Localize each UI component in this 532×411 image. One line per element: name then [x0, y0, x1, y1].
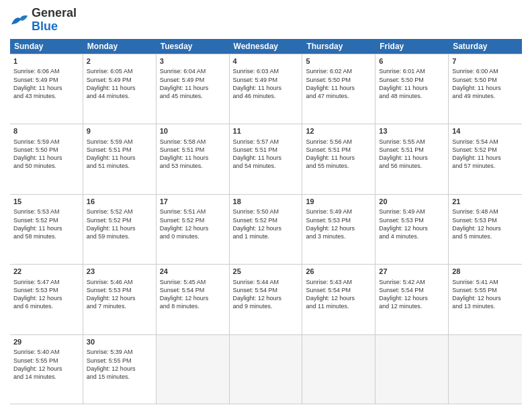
- day-info-line: and 48 minutes.: [379, 92, 445, 100]
- logo-blue: Blue: [32, 19, 58, 33]
- empty-cell: [302, 335, 375, 404]
- header: General Blue: [10, 7, 522, 34]
- header-day-sunday: Sunday: [10, 39, 83, 54]
- day-number: 22: [13, 267, 79, 277]
- week-row-1: 1Sunrise: 6:06 AMSunset: 5:49 PMDaylight…: [10, 54, 522, 124]
- day-cell-12: 12Sunrise: 5:56 AMSunset: 5:51 PMDayligh…: [302, 124, 375, 193]
- week-row-2: 8Sunrise: 5:59 AMSunset: 5:50 PMDaylight…: [10, 124, 522, 193]
- day-info-line: Sunrise: 5:39 AM: [87, 348, 152, 356]
- day-info-line: and 59 minutes.: [87, 232, 152, 240]
- day-info-line: Sunrise: 6:05 AM: [87, 67, 152, 75]
- day-info-line: Sunset: 5:52 PM: [13, 216, 79, 224]
- calendar-header: SundayMondayTuesdayWednesdayThursdayFrid…: [10, 39, 522, 54]
- day-info-line: Sunrise: 5:40 AM: [13, 348, 79, 356]
- day-info-line: Daylight: 11 hours: [87, 154, 152, 162]
- header-day-tuesday: Tuesday: [157, 39, 230, 54]
- day-info-line: Daylight: 11 hours: [13, 154, 79, 162]
- day-info-line: Sunset: 5:49 PM: [13, 76, 79, 84]
- day-info-line: and 4 minutes.: [379, 232, 445, 240]
- day-info-line: Sunrise: 5:59 AM: [87, 138, 152, 146]
- day-cell-18: 18Sunrise: 5:50 AMSunset: 5:52 PMDayligh…: [230, 195, 303, 264]
- page: General Blue SundayMondayTuesdayWednesda…: [0, 0, 532, 411]
- day-info-line: Sunset: 5:51 PM: [306, 146, 371, 154]
- day-number: 12: [306, 126, 371, 136]
- day-info-line: Daylight: 11 hours: [306, 84, 371, 92]
- day-info-line: Daylight: 12 hours: [13, 365, 79, 373]
- day-number: 6: [379, 56, 445, 66]
- day-info-line: and 56 minutes.: [379, 162, 445, 170]
- empty-cell: [449, 335, 522, 404]
- day-info-line: Sunset: 5:55 PM: [87, 357, 152, 365]
- day-cell-11: 11Sunrise: 5:57 AMSunset: 5:51 PMDayligh…: [230, 124, 303, 193]
- day-info-line: Sunrise: 5:49 AM: [306, 208, 371, 216]
- day-number: 30: [87, 337, 152, 347]
- day-cell-27: 27Sunrise: 5:42 AMSunset: 5:54 PMDayligh…: [375, 265, 449, 334]
- day-info-line: and 49 minutes.: [452, 92, 519, 100]
- day-info-line: Sunset: 5:54 PM: [306, 286, 371, 294]
- day-info-line: Sunrise: 5:46 AM: [87, 278, 152, 286]
- day-cell-24: 24Sunrise: 5:45 AMSunset: 5:54 PMDayligh…: [157, 265, 230, 334]
- day-number: 5: [306, 56, 371, 66]
- day-info-line: Sunrise: 5:45 AM: [160, 278, 226, 286]
- day-info-line: Daylight: 12 hours: [306, 224, 371, 232]
- day-number: 21: [452, 197, 519, 207]
- day-info-line: Sunrise: 6:03 AM: [233, 67, 299, 75]
- day-cell-21: 21Sunrise: 5:48 AMSunset: 5:53 PMDayligh…: [449, 195, 522, 264]
- day-number: 14: [452, 126, 519, 136]
- day-number: 11: [233, 126, 299, 136]
- day-info-line: Daylight: 12 hours: [160, 224, 226, 232]
- day-info-line: Sunset: 5:51 PM: [160, 146, 226, 154]
- day-number: 9: [87, 126, 152, 136]
- day-cell-2: 2Sunrise: 6:05 AMSunset: 5:49 PMDaylight…: [83, 54, 157, 124]
- day-info-line: Daylight: 12 hours: [379, 294, 445, 302]
- day-info-line: Sunset: 5:50 PM: [452, 76, 519, 84]
- day-number: 26: [306, 267, 371, 277]
- day-cell-15: 15Sunrise: 5:53 AMSunset: 5:52 PMDayligh…: [10, 195, 83, 264]
- header-day-wednesday: Wednesday: [230, 39, 303, 54]
- day-info-line: Daylight: 11 hours: [87, 224, 152, 232]
- day-info-line: and 45 minutes.: [160, 92, 226, 100]
- day-info-line: and 9 minutes.: [233, 302, 299, 310]
- day-info-line: and 5 minutes.: [452, 232, 519, 240]
- day-number: 24: [160, 267, 226, 277]
- day-info-line: Sunrise: 6:01 AM: [379, 67, 445, 75]
- day-cell-30: 30Sunrise: 5:39 AMSunset: 5:55 PMDayligh…: [83, 335, 157, 404]
- day-number: 10: [160, 126, 226, 136]
- day-info-line: Daylight: 12 hours: [233, 294, 299, 302]
- day-info-line: Sunrise: 6:04 AM: [160, 67, 226, 75]
- day-info-line: Sunrise: 5:47 AM: [13, 278, 79, 286]
- day-info-line: and 47 minutes.: [306, 92, 371, 100]
- day-info-line: Daylight: 11 hours: [452, 84, 519, 92]
- calendar-body: 1Sunrise: 6:06 AMSunset: 5:49 PMDaylight…: [10, 54, 522, 404]
- day-info-line: Sunset: 5:53 PM: [452, 216, 519, 224]
- day-cell-5: 5Sunrise: 6:02 AMSunset: 5:50 PMDaylight…: [302, 54, 375, 124]
- header-day-saturday: Saturday: [449, 39, 522, 54]
- day-number: 7: [452, 56, 519, 66]
- day-info-line: Daylight: 12 hours: [379, 224, 445, 232]
- calendar: SundayMondayTuesdayWednesdayThursdayFrid…: [10, 39, 522, 404]
- day-number: 27: [379, 267, 445, 277]
- day-info-line: Sunset: 5:53 PM: [306, 216, 371, 224]
- day-number: 16: [87, 197, 152, 207]
- day-info-line: Daylight: 12 hours: [160, 294, 226, 302]
- day-cell-20: 20Sunrise: 5:49 AMSunset: 5:53 PMDayligh…: [375, 195, 449, 264]
- day-info-line: Sunrise: 5:48 AM: [452, 208, 519, 216]
- day-number: 28: [452, 267, 519, 277]
- header-day-monday: Monday: [83, 39, 157, 54]
- week-row-3: 15Sunrise: 5:53 AMSunset: 5:52 PMDayligh…: [10, 194, 522, 264]
- empty-cell: [157, 335, 230, 404]
- logo-general: General: [32, 6, 77, 19]
- header-day-friday: Friday: [375, 39, 449, 54]
- day-info-line: and 50 minutes.: [13, 162, 79, 170]
- day-info-line: and 3 minutes.: [306, 232, 371, 240]
- day-cell-19: 19Sunrise: 5:49 AMSunset: 5:53 PMDayligh…: [302, 195, 375, 264]
- day-info-line: Daylight: 12 hours: [13, 294, 79, 302]
- day-info-line: Sunset: 5:50 PM: [306, 76, 371, 84]
- day-cell-13: 13Sunrise: 5:55 AMSunset: 5:51 PMDayligh…: [375, 124, 449, 193]
- day-number: 3: [160, 56, 226, 66]
- week-row-4: 22Sunrise: 5:47 AMSunset: 5:53 PMDayligh…: [10, 264, 522, 334]
- day-info-line: Sunrise: 6:02 AM: [306, 67, 371, 75]
- day-info-line: Sunset: 5:49 PM: [233, 76, 299, 84]
- day-info-line: Sunrise: 5:58 AM: [160, 138, 226, 146]
- day-info-line: and 13 minutes.: [452, 302, 519, 310]
